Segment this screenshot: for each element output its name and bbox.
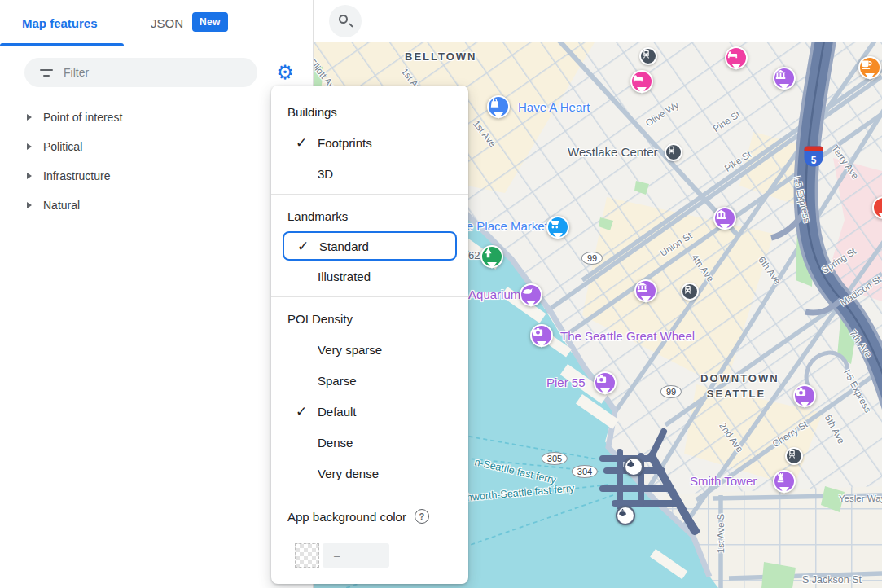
smith-tower-marker-icon[interactable] [773, 470, 796, 493]
ferry-terminal-icon[interactable] [616, 506, 635, 525]
landmark-marker-icon[interactable] [773, 67, 796, 90]
feature-tree: Point of interest Political Infrastructu… [0, 103, 314, 220]
tree-item-point-of-interest[interactable]: Point of interest [0, 103, 314, 132]
filter-input[interactable]: Filter [24, 58, 257, 87]
new-badge: New [192, 12, 228, 32]
filter-placeholder: Filter [64, 66, 89, 79]
neighborhood-label-downtown: DOWNTOWN [700, 372, 772, 384]
search-button[interactable] [329, 5, 362, 37]
check-icon: ✓ [296, 403, 312, 419]
neighborhood-label-belltown: BELLTOWN [405, 50, 476, 63]
poi-label-westlake-center[interactable]: Westlake Center [568, 145, 658, 159]
map-topbar [314, 0, 882, 42]
street-label-yesler-way: Yesler Way [839, 494, 882, 503]
interstate-5-shield: 5 [805, 147, 823, 167]
settings-gear-button[interactable]: ⚙ [272, 59, 298, 86]
tree-item-natural[interactable]: Natural [0, 191, 314, 220]
divider [271, 494, 468, 494]
option-very-sparse[interactable]: Very sparse [271, 334, 468, 365]
museum-marker-icon[interactable] [634, 279, 657, 302]
section-header-poi-density: POI Density [271, 302, 468, 334]
hotel-marker-icon[interactable] [630, 70, 653, 93]
background-color-input[interactable]: – [323, 543, 389, 568]
section-header-buildings: Buildings [271, 95, 468, 127]
route-shield-99: 99 [581, 252, 603, 265]
poi-label-pier-55[interactable]: Pier 55 [546, 375, 586, 389]
check-icon: ✓ [297, 238, 314, 254]
route-shield-99: 99 [660, 385, 682, 398]
option-footprints[interactable]: ✓ Footprints [271, 127, 468, 158]
help-icon[interactable]: ? [415, 509, 429, 524]
park-tree-marker-icon[interactable] [480, 245, 503, 268]
route-shield-304: 304 [572, 465, 598, 478]
map-settings-popover: Buildings ✓ Footprints 3D Landmarks ✓ St… [271, 86, 468, 584]
shopping-bag-marker-icon[interactable] [487, 95, 510, 118]
filter-icon [39, 69, 54, 77]
poi-label-have-a-heart[interactable]: Have A Heart [518, 100, 590, 114]
divider [271, 194, 468, 195]
check-icon: ✓ [296, 134, 312, 151]
attraction-camera-marker-icon[interactable] [530, 324, 553, 347]
museum-marker-icon[interactable] [713, 207, 736, 230]
poi-label-smith-tower[interactable]: Smith Tower [690, 474, 757, 488]
hotel-marker-icon[interactable] [725, 46, 748, 69]
transparent-color-swatch[interactable] [295, 543, 319, 568]
tab-json[interactable]: JSON [151, 16, 183, 30]
active-tab-underline [0, 43, 124, 46]
poi-label-pier-62[interactable]: 62 [468, 249, 480, 261]
expand-arrow-icon[interactable] [27, 173, 32, 179]
attraction-camera-marker-icon[interactable] [594, 371, 617, 394]
divider [271, 296, 468, 297]
section-header-app-background-color: App background color ? [271, 499, 468, 532]
transit-station-icon[interactable] [681, 283, 699, 301]
tree-item-political[interactable]: Political [0, 132, 314, 161]
tree-item-infrastructure[interactable]: Infrastructure [0, 161, 314, 191]
ferry-terminal-icon[interactable] [624, 457, 643, 476]
shopping-cart-marker-icon[interactable] [546, 216, 569, 239]
expand-arrow-icon[interactable] [27, 202, 32, 208]
transit-station-icon[interactable] [785, 447, 803, 465]
aquarium-marker-icon[interactable] [520, 283, 542, 306]
tab-map-features[interactable]: Map features [22, 16, 98, 30]
sidebar-tabs: Map features JSON New [0, 0, 313, 46]
neighborhood-label-seattle: SEATTLE [700, 388, 772, 400]
map-style-sidebar: Map features JSON New Filter ⚙ Point of … [0, 0, 314, 588]
search-icon [339, 15, 348, 24]
expand-arrow-icon[interactable] [27, 114, 32, 121]
transit-station-icon[interactable] [665, 143, 682, 161]
route-shield-305: 305 [542, 452, 568, 465]
option-3d[interactable]: 3D [271, 158, 468, 189]
street-label-1st-ave-s: 1st Ave S [716, 514, 726, 553]
option-dense[interactable]: Dense [271, 427, 468, 458]
option-standard-selected[interactable]: ✓ Standard [283, 231, 457, 261]
option-sparse[interactable]: Sparse [271, 365, 468, 396]
option-default[interactable]: ✓ Default [271, 396, 468, 427]
expand-arrow-icon[interactable] [27, 143, 32, 150]
transit-station-icon[interactable] [639, 47, 657, 65]
option-very-dense[interactable]: Very dense [271, 458, 468, 489]
option-illustrated[interactable]: Illustrated [271, 261, 468, 292]
poi-label-seattle-great-wheel[interactable]: The Seattle Great Wheel [560, 329, 695, 343]
section-header-landmarks: Landmarks [271, 200, 468, 231]
attraction-camera-marker-icon[interactable] [793, 384, 816, 407]
cafe-marker-icon[interactable] [858, 56, 881, 79]
street-label-s-jackson-st: S Jackson St [802, 574, 862, 586]
